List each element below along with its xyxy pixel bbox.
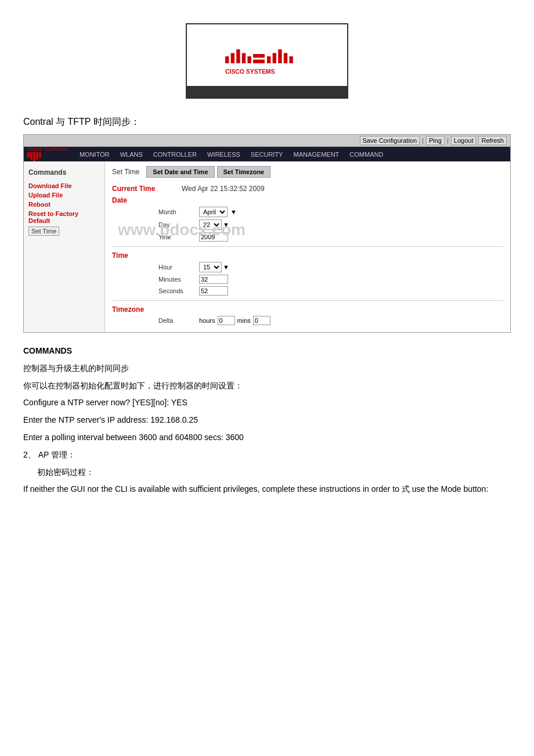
hour-select[interactable]: 15 bbox=[199, 262, 222, 272]
body-line6: 2、 AP 管理： bbox=[23, 448, 511, 462]
nav-management[interactable]: MANAGEMENT bbox=[288, 148, 344, 161]
nav-wlans[interactable]: WLANs bbox=[116, 148, 147, 161]
sidebar-upload-file[interactable]: Upload File bbox=[24, 190, 104, 200]
current-time-value: Wed Apr 22 15:32:52 2009 bbox=[182, 183, 265, 193]
time-timezone-divider bbox=[112, 300, 503, 301]
cisco-logo-icon: CISCO SYSTEMS bbox=[221, 44, 313, 78]
sidebar-title: Commands bbox=[24, 166, 104, 181]
wlc-sidebar: Commands Download File Upload File Reboo… bbox=[24, 161, 105, 332]
svg-rect-11 bbox=[253, 60, 265, 63]
save-config-link[interactable]: Save Configuration bbox=[360, 136, 420, 145]
wlc-content: Commands Download File Upload File Reboo… bbox=[24, 161, 510, 332]
tab-set-date-time[interactable]: Set Date and Time bbox=[146, 166, 214, 178]
year-input[interactable] bbox=[199, 232, 228, 242]
svg-rect-2 bbox=[236, 49, 240, 63]
hour-row: Hour 15 ▼ bbox=[112, 262, 503, 272]
mins-input[interactable] bbox=[253, 316, 270, 325]
month-row: Month April ▼ bbox=[112, 207, 503, 217]
svg-rect-9 bbox=[289, 56, 293, 63]
delta-row: Delta hours mins bbox=[112, 316, 503, 325]
brand-logo: Cisco Systems bbox=[27, 147, 68, 161]
year-row: Year bbox=[112, 232, 503, 242]
current-time-label: Current Time bbox=[112, 183, 182, 193]
month-dropdown-icon: ▼ bbox=[230, 208, 237, 215]
sidebar-set-time[interactable]: Set Time bbox=[28, 226, 59, 236]
wlc-main: Set Time Set Date and Time Set Timezone … bbox=[105, 161, 510, 332]
svg-rect-4 bbox=[247, 56, 251, 63]
logo-box: CISCO SYSTEMS bbox=[186, 23, 348, 99]
month-select[interactable]: April bbox=[199, 207, 228, 217]
day-label: Day bbox=[158, 221, 199, 228]
body-line1: 控制器与升级主机的时间同步 bbox=[23, 362, 511, 376]
hours-input[interactable] bbox=[218, 316, 235, 325]
svg-rect-1 bbox=[231, 53, 234, 63]
svg-rect-6 bbox=[273, 53, 276, 63]
hour-dropdown-icon: ▼ bbox=[223, 264, 229, 271]
svg-rect-5 bbox=[267, 56, 270, 63]
svg-rect-3 bbox=[242, 53, 246, 63]
month-label: Month bbox=[158, 208, 199, 215]
body-line3: Configure a NTP server now? [YES][no]: Y… bbox=[23, 396, 511, 410]
minutes-input[interactable] bbox=[199, 275, 228, 284]
section-heading: Contral 与 TFTP 时间同步： bbox=[23, 116, 511, 128]
svg-rect-10 bbox=[253, 54, 265, 57]
body-section: COMMANDS 控制器与升级主机的时间同步 你可以在控制器初始化配置时如下，进… bbox=[23, 344, 511, 496]
body-line7: 初始密码过程： bbox=[37, 466, 511, 480]
commands-heading: COMMANDS bbox=[23, 344, 511, 358]
hours-label: hours bbox=[199, 317, 215, 324]
date-time-divider bbox=[112, 246, 503, 247]
logout-link[interactable]: Logout bbox=[451, 136, 477, 145]
sidebar-reset-factory[interactable]: Reset to Factory Default bbox=[24, 209, 104, 225]
svg-rect-8 bbox=[284, 53, 287, 63]
body-line2: 你可以在控制器初始化配置时如下，进行控制器的时间设置： bbox=[23, 379, 511, 393]
time-section-label: Time bbox=[112, 251, 503, 260]
minutes-label: Minutes bbox=[158, 276, 199, 283]
day-select[interactable]: 22 bbox=[199, 219, 222, 230]
nav-wireless[interactable]: WIRELESS bbox=[203, 148, 245, 161]
nav-monitor[interactable]: MONITOR bbox=[75, 148, 114, 161]
svg-rect-0 bbox=[225, 56, 229, 63]
ping-link[interactable]: Ping bbox=[426, 136, 445, 145]
nav-controller[interactable]: CONTROLLER bbox=[149, 148, 201, 161]
current-time-row: Current Time Wed Apr 22 15:32:52 2009 bbox=[112, 183, 503, 193]
seconds-row: Seconds bbox=[112, 286, 503, 296]
body-line4: Enter the NTP server's IP address: 192.1… bbox=[23, 413, 511, 427]
tab-set-timezone[interactable]: Set Timezone bbox=[217, 166, 271, 178]
body-line5: Enter a polling interval between 3600 an… bbox=[23, 431, 511, 445]
wlc-tabs: Set Time Set Date and Time Set Timezone bbox=[112, 166, 503, 178]
svg-text:CISCO SYSTEMS: CISCO SYSTEMS bbox=[225, 69, 275, 75]
nav-command[interactable]: COMMAND bbox=[345, 148, 388, 161]
hour-label: Hour bbox=[158, 264, 199, 271]
seconds-label: Seconds bbox=[158, 287, 199, 294]
body-line8: If neither the GUI nor the CLI is availa… bbox=[23, 483, 511, 496]
wlc-panel: Save Configuration | Ping | Logout Refre… bbox=[23, 134, 511, 333]
refresh-link[interactable]: Refresh bbox=[478, 136, 507, 145]
wlc-topbar: Save Configuration | Ping | Logout Refre… bbox=[24, 135, 510, 147]
nav-security[interactable]: SECURITY bbox=[246, 148, 288, 161]
logo-container: CISCO SYSTEMS bbox=[23, 23, 511, 99]
day-row: Day 22 ▼ bbox=[112, 219, 503, 230]
minutes-row: Minutes bbox=[112, 275, 503, 284]
mins-label: mins bbox=[237, 317, 251, 324]
timezone-section-label: Timezone bbox=[112, 305, 503, 314]
delta-label: Delta bbox=[158, 317, 199, 324]
year-label: Year bbox=[158, 233, 199, 240]
month-control: April ▼ bbox=[199, 207, 237, 217]
tab-page-label: Set Time bbox=[112, 168, 139, 176]
wlc-navbar: Cisco Systems MONITOR WLANs CONTROLLER W… bbox=[24, 147, 510, 161]
day-dropdown-icon: ▼ bbox=[223, 221, 229, 228]
svg-rect-7 bbox=[278, 49, 282, 63]
date-section-label: Date bbox=[112, 196, 503, 204]
sidebar-download-file[interactable]: Download File bbox=[24, 181, 104, 190]
seconds-input[interactable] bbox=[199, 286, 228, 296]
sidebar-reboot[interactable]: Reboot bbox=[24, 200, 104, 209]
